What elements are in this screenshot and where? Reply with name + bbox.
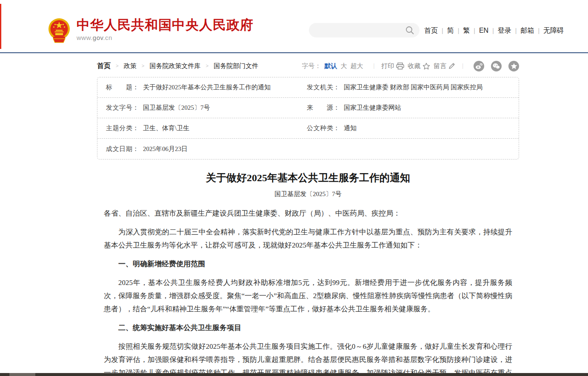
meta-label: 来源 xyxy=(307,104,333,112)
favorite-button[interactable]: 收藏 xyxy=(408,62,430,70)
weibo-share-icon[interactable] xyxy=(474,61,484,71)
main-content: 首页>政策>国务院政策文件库>国务院部门文件 字号： 默认大超大 | 打印 收藏 xyxy=(97,60,519,376)
meta-value: 国家卫生健康委网站 xyxy=(344,104,401,112)
meta-value: 2025年06月23日 xyxy=(143,145,188,153)
meta-label: 成文日期 xyxy=(106,145,132,153)
site-url: www.gov.cn xyxy=(77,34,254,41)
meta-row: 成文日期：2025年06月23日 xyxy=(97,139,519,159)
nav-link-5[interactable]: 登录 xyxy=(498,26,511,35)
font-size-option-2[interactable]: 大 xyxy=(340,63,347,69)
page: 中华人民共和国中央人民政府 www.gov.cn 首页|简|繁|EN|登录|邮箱… xyxy=(0,0,588,376)
qzone-share-icon[interactable] xyxy=(508,61,519,71)
meta-colon: ： xyxy=(333,104,340,112)
document-body: 各省、自治区、直辖市及新疆生产建设兵团卫生健康委、财政厅（局）、中医药局、疾控局… xyxy=(97,207,519,376)
brand: 中华人民共和国中央人民政府 www.gov.cn xyxy=(48,18,254,43)
left-accent-line xyxy=(0,4,1,49)
meta-colon: ： xyxy=(132,104,139,112)
top-nav: 首页|简|繁|EN|登录|邮箱|无障碍 xyxy=(424,25,564,36)
meta-colon: ： xyxy=(132,145,139,153)
meta-value: 通知 xyxy=(344,124,357,132)
site-title: 中华人民共和国中央人民政府 xyxy=(77,18,254,32)
meta-value: 国卫基层发〔2025〕7号 xyxy=(143,104,210,112)
paragraph: 各省、自治区、直辖市及新疆生产建设兵团卫生健康委、财政厅（局）、中医药局、疾控局… xyxy=(104,207,512,220)
nav-divider: | xyxy=(515,27,517,34)
meta-label: 主题分类 xyxy=(106,124,132,132)
meta-label: 标题 xyxy=(106,83,132,91)
bottom-bar-scroll-thumb[interactable] xyxy=(9,373,35,376)
comment-button[interactable]: 留言 xyxy=(434,62,455,70)
toolbar-divider: | xyxy=(462,63,463,69)
pencil-icon xyxy=(448,63,455,69)
breadcrumb-separator-icon: > xyxy=(206,63,209,69)
nav-link-1[interactable]: 首页 xyxy=(424,26,438,35)
meta-label: 发文字号 xyxy=(106,104,132,112)
toolbar-divider: | xyxy=(373,63,374,69)
breadcrumb-separator-icon: > xyxy=(116,63,119,69)
meta-value: 关于做好2025年基本公共卫生服务工作的通知 xyxy=(143,83,271,91)
nav-link-7[interactable]: 无障碍 xyxy=(543,26,564,35)
star-icon xyxy=(422,63,430,70)
meta-value: 卫生、体育\卫生 xyxy=(143,124,189,132)
meta-cell: 来源：国家卫生健康委网站 xyxy=(307,104,510,112)
nav-divider: | xyxy=(538,27,539,34)
document-meta-table: 标题：关于做好2025年基本公共卫生服务工作的通知发文机关：国家卫生健康委 财政… xyxy=(97,77,519,160)
paragraph: 按照相关服务规范切实做好2025年基本公共卫生服务项目实施工作。强化0～6岁儿童… xyxy=(104,340,512,376)
brand-text: 中华人民共和国中央人民政府 www.gov.cn xyxy=(77,18,254,41)
meta-colon: ： xyxy=(333,83,340,91)
document-number: 国卫基层发〔2025〕7号 xyxy=(97,190,519,198)
breadcrumb-item-3[interactable]: 国务院政策文件库 xyxy=(150,62,201,70)
meta-cell: 主题分类：卫生、体育\卫生 xyxy=(106,124,307,132)
print-button[interactable]: 打印 xyxy=(381,62,404,70)
font-size-label: 字号： xyxy=(302,62,321,70)
breadcrumb-item-2[interactable]: 政策 xyxy=(124,62,137,70)
printer-icon xyxy=(396,63,404,70)
meta-cell: 发文字号：国卫基层发〔2025〕7号 xyxy=(106,104,307,112)
nav-link-2[interactable]: 简 xyxy=(447,26,454,35)
meta-label: 发文机关 xyxy=(307,83,333,91)
meta-row: 标题：关于做好2025年基本公共卫生服务工作的通知发文机关：国家卫生健康委 财政… xyxy=(97,77,519,98)
font-size-option-1[interactable]: 默认 xyxy=(324,63,337,69)
paragraph: 二、统筹实施好基本公共卫生服务项目 xyxy=(104,321,512,334)
breadcrumb-item-1[interactable]: 首页 xyxy=(97,62,111,71)
paragraph: 2025年，基本公共卫生服务经费人均财政补助标准增加5元，达到99元。新增经费用… xyxy=(104,276,512,316)
favorite-label: 收藏 xyxy=(408,62,420,70)
nav-divider: | xyxy=(442,27,443,34)
document: 关于做好2025年基本公共卫生服务工作的通知 国卫基层发〔2025〕7号 各省、… xyxy=(97,171,519,376)
paragraph: 一、明确新增经费使用范围 xyxy=(104,257,512,271)
comment-label: 留言 xyxy=(434,62,446,70)
paragraph: 为深入贯彻党的二十届三中全会精神，落实新时代党的卫生与健康工作方针中以基层为重点… xyxy=(104,225,512,252)
wechat-share-icon[interactable] xyxy=(491,61,502,71)
crumb-row: 首页>政策>国务院政策文件库>国务院部门文件 字号： 默认大超大 | 打印 收藏 xyxy=(97,60,519,71)
font-size-option-3[interactable]: 超大 xyxy=(350,63,363,69)
nav-link-3[interactable]: 繁 xyxy=(463,26,470,35)
breadcrumb-separator-icon: > xyxy=(142,63,145,69)
bottom-bar xyxy=(0,373,588,376)
meta-cell: 发文机关：国家卫生健康委 财政部 国家中医药局 国家疾控局 xyxy=(307,83,510,91)
meta-row: 发文字号：国卫基层发〔2025〕7号来源：国家卫生健康委网站 xyxy=(97,98,519,118)
font-size-options: 默认大超大 xyxy=(324,62,366,70)
search-icon[interactable] xyxy=(405,26,414,34)
meta-row: 主题分类：卫生、体育\卫生公文种类：通知 xyxy=(97,118,519,139)
breadcrumb-item-4[interactable]: 国务院部门文件 xyxy=(214,62,258,70)
nav-divider: | xyxy=(474,27,475,34)
nav-divider: | xyxy=(458,27,460,34)
meta-colon: ： xyxy=(333,124,340,132)
print-label: 打印 xyxy=(381,62,394,70)
nav-link-6[interactable]: 邮箱 xyxy=(520,26,534,35)
meta-cell: 公文种类：通知 xyxy=(307,124,510,132)
nav-divider: | xyxy=(492,27,494,34)
article-toolbar: 字号： 默认大超大 | 打印 收藏 xyxy=(302,61,519,71)
search-box xyxy=(309,23,420,37)
meta-label: 公文种类 xyxy=(307,124,333,132)
meta-cell: 标题：关于做好2025年基本公共卫生服务工作的通知 xyxy=(106,83,307,91)
search-input[interactable] xyxy=(309,23,420,37)
site-header: 中华人民共和国中央人民政府 www.gov.cn 首页|简|繁|EN|登录|邮箱… xyxy=(0,0,588,53)
meta-colon: ： xyxy=(132,124,139,132)
nav-link-4[interactable]: EN xyxy=(479,27,488,34)
national-emblem-logo xyxy=(48,18,70,43)
meta-value: 国家卫生健康委 财政部 国家中医药局 国家疾控局 xyxy=(344,83,482,91)
breadcrumb: 首页>政策>国务院政策文件库>国务院部门文件 xyxy=(97,62,258,71)
meta-cell: 成文日期：2025年06月23日 xyxy=(106,145,307,153)
meta-colon: ： xyxy=(132,83,139,91)
document-title: 关于做好2025年基本公共卫生服务工作的通知 xyxy=(97,171,519,185)
